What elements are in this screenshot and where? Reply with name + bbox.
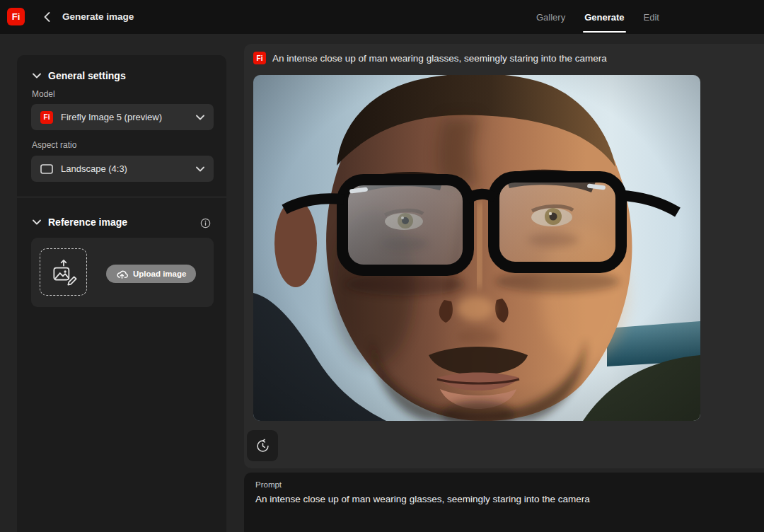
prompt-label: Prompt	[255, 480, 760, 489]
result-prompt-bar: Fi An intense close up of man wearing gl…	[253, 52, 607, 64]
chevron-down-icon	[196, 115, 204, 120]
chevron-down-icon	[33, 73, 41, 79]
upload-image-label: Upload image	[133, 270, 186, 278]
prompt-input-text[interactable]: An intense close up of man wearing glass…	[255, 494, 760, 504]
generated-image[interactable]	[253, 75, 700, 421]
model-value: Firefly Image 5 (preview)	[61, 112, 162, 122]
history-icon	[255, 439, 270, 453]
upload-cloud-icon	[116, 270, 128, 279]
sidebar-divider	[17, 197, 226, 197]
firefly-model-icon: Fi	[40, 111, 53, 124]
top-bar: Fi Generate image Gallery Generate Edit	[0, 0, 764, 34]
page-title: Generate image	[62, 11, 134, 22]
general-settings-header[interactable]: General settings	[33, 70, 126, 81]
reference-image-title: Reference image	[48, 216, 127, 228]
mode-tabs: Gallery Generate Edit	[536, 0, 659, 34]
result-prompt-text: An intense close up of man wearing glass…	[272, 53, 607, 64]
history-button[interactable]	[247, 430, 278, 461]
reference-dropzone[interactable]	[40, 248, 87, 296]
tab-generate[interactable]: Generate	[584, 0, 624, 34]
chevron-down-icon	[33, 219, 41, 225]
reference-info-button[interactable]	[199, 217, 211, 229]
reference-upload-card: Upload image	[31, 238, 214, 307]
chevron-down-icon	[196, 166, 204, 172]
aspect-ratio-value: Landscape (4:3)	[61, 163, 127, 174]
model-dropdown[interactable]: Fi Firefly Image 5 (preview)	[31, 104, 214, 130]
aspect-ratio-label: Aspect ratio	[32, 140, 76, 150]
aspect-ratio-dropdown[interactable]: Landscape (4:3)	[31, 156, 214, 182]
settings-sidebar: General settings Model Fi Firefly Image …	[17, 55, 226, 532]
general-settings-title: General settings	[48, 70, 126, 81]
model-label: Model	[32, 89, 55, 99]
info-icon	[200, 218, 211, 229]
tab-gallery[interactable]: Gallery	[536, 0, 565, 34]
back-button[interactable]	[40, 10, 54, 24]
tab-edit[interactable]: Edit	[644, 0, 659, 34]
image-upload-placeholder-icon	[49, 258, 79, 287]
reference-image-header[interactable]: Reference image	[33, 216, 127, 228]
generation-result-card: Fi An intense close up of man wearing gl…	[244, 44, 764, 468]
upload-image-button[interactable]: Upload image	[106, 265, 196, 283]
firefly-logo-icon[interactable]: Fi	[7, 8, 25, 25]
landscape-frame-icon	[40, 164, 53, 174]
prompt-panel[interactable]: Prompt An intense close up of man wearin…	[244, 473, 764, 532]
back-chevron-icon	[44, 12, 50, 22]
firefly-badge-icon: Fi	[253, 52, 266, 64]
